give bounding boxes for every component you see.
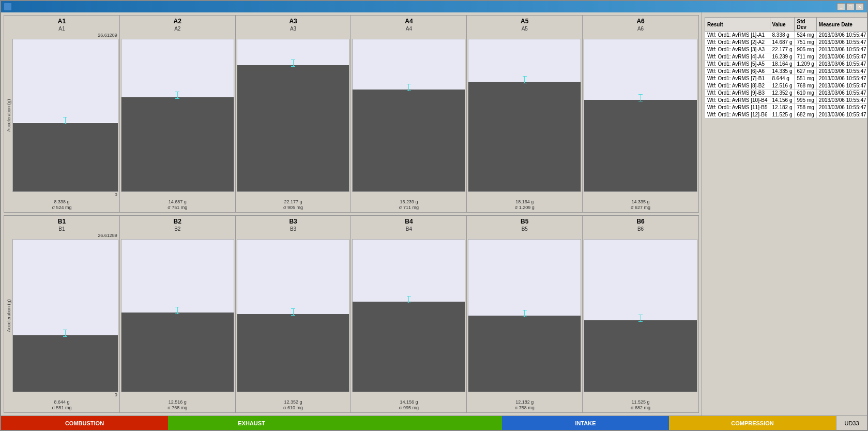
status-segment-2[interactable] xyxy=(335,416,502,430)
bar-dark xyxy=(13,335,118,392)
table-row[interactable]: Wtf: Ord1: AvRMS [9]-B312.352 g610 mg201… xyxy=(705,90,867,97)
main-panel: A1A126.61289Acceleration (g)08.338 gσ 52… xyxy=(1,12,702,415)
table-cell: 682 mg xyxy=(795,111,816,118)
chart-cell-a3: A3A322.177 gσ 905 mg xyxy=(236,16,352,212)
table-cell: 11.525 g xyxy=(770,111,795,118)
chart-col-title: A6 xyxy=(584,17,697,26)
table-cell: Wtf: Ord1: AvRMS [3]-A3 xyxy=(705,46,770,53)
bar-dark xyxy=(584,320,697,392)
y-max-label xyxy=(352,233,465,239)
table-row[interactable]: Wtf: Ord1: AvRMS [2]-A214.687 g751 mg201… xyxy=(705,39,867,46)
main-window: _ □ × A1A126.61289Acceleration (g)08.338… xyxy=(0,0,868,431)
error-bar xyxy=(175,307,179,314)
table-cell: 2013/03/06 10:55:47 xyxy=(816,82,867,90)
y-max-label xyxy=(468,33,581,39)
table-cell: Wtf: Ord1: AvRMS [12]-B6 xyxy=(705,111,770,118)
right-panel: ResultValueStd DevMeasure Date Wtf: Ord1… xyxy=(702,12,867,415)
content-area: A1A126.61289Acceleration (g)08.338 gσ 52… xyxy=(1,12,867,415)
table-cell: 16.239 g xyxy=(770,53,795,61)
y-max-label xyxy=(468,233,581,239)
chart-sub-title: B6 xyxy=(584,226,697,233)
table-cell: Wtf: Ord1: AvRMS [4]-A4 xyxy=(705,53,770,61)
chart-wrapper xyxy=(468,239,581,392)
maximize-button[interactable]: □ xyxy=(846,3,855,10)
chart-bottom-label: 11.525 gσ 682 mg xyxy=(584,398,697,411)
chart-bottom-label: 14.335 gσ 627 mg xyxy=(584,198,697,211)
table-cell: 14.335 g xyxy=(770,68,795,75)
chart-sub-title: B1 xyxy=(5,226,118,233)
chart-col-title: A5 xyxy=(468,17,581,26)
bar-dark xyxy=(468,316,581,392)
bar-light xyxy=(468,240,581,316)
minimize-button[interactable]: _ xyxy=(837,3,845,10)
chart-bottom-label: 8.644 gσ 551 mg xyxy=(5,398,118,411)
error-bar xyxy=(291,308,295,316)
chart-wrapper xyxy=(584,239,697,392)
bar-light xyxy=(353,240,465,302)
title-bar-controls[interactable]: _ □ × xyxy=(837,3,864,10)
chart-row: A1A126.61289Acceleration (g)08.338 gσ 52… xyxy=(4,15,699,213)
chart-col-title: B1 xyxy=(5,217,118,226)
chart-cell-b5: B5B512.182 gσ 758 mg xyxy=(467,216,583,412)
table-row[interactable]: Wtf: Ord1: AvRMS [8]-B212.516 g768 mg201… xyxy=(705,82,867,90)
table-row[interactable]: Wtf: Ord1: AvRMS [12]-B611.525 g682 mg20… xyxy=(705,111,867,118)
y-axis-label: Acceleration (g) xyxy=(5,239,12,392)
y-zero-label xyxy=(352,192,465,198)
table-cell: 8.644 g xyxy=(770,75,795,82)
chart-wrapper xyxy=(352,239,465,392)
error-bar xyxy=(523,76,527,83)
bar-light xyxy=(13,240,118,335)
status-segment-0[interactable]: COMBUSTION xyxy=(1,416,168,430)
table-row[interactable]: Wtf: Ord1: AvRMS [7]-B18.644 g551 mg2013… xyxy=(705,75,867,82)
table-cell: Wtf: Ord1: AvRMS [6]-A6 xyxy=(705,68,770,75)
close-button[interactable]: × xyxy=(856,3,864,10)
chart-sub-title: B5 xyxy=(468,226,581,233)
bar-light xyxy=(353,39,465,90)
bar-dark xyxy=(237,314,349,392)
bar-light xyxy=(584,240,697,320)
table-row[interactable]: Wtf: Ord1: AvRMS [3]-A322.177 g905 mg201… xyxy=(705,46,867,53)
table-row[interactable]: Wtf: Ord1: AvRMS [11]-B512.182 g758 mg20… xyxy=(705,104,867,111)
chart-cell-a5: A5A518.164 gσ 1.209 g xyxy=(467,16,583,212)
chart-bottom-label: 16.239 gσ 711 mg xyxy=(352,198,465,211)
table-cell: Wtf: Ord1: AvRMS [7]-B1 xyxy=(705,75,770,82)
chart-col-title: A1 xyxy=(5,17,118,26)
chart-wrapper xyxy=(584,39,697,192)
bar-dark xyxy=(584,100,697,191)
window-icon xyxy=(4,3,11,10)
bar-light xyxy=(121,240,234,313)
table-row[interactable]: Wtf: Ord1: AvRMS [6]-A614.335 g627 mg201… xyxy=(705,68,867,75)
table-cell: Wtf: Ord1: AvRMS [10]-B4 xyxy=(705,97,770,104)
chart-col-title: B2 xyxy=(121,217,234,226)
bar-dark xyxy=(121,97,234,191)
bar-light xyxy=(13,39,118,123)
chart-wrapper xyxy=(121,39,234,192)
error-bar xyxy=(63,117,67,124)
chart-col-title: A2 xyxy=(121,17,234,26)
chart-col-title: B4 xyxy=(352,217,465,226)
table-cell: Wtf: Ord1: AvRMS [5]-A5 xyxy=(705,61,770,68)
table-cell: 995 mg xyxy=(795,97,816,104)
status-segment-3[interactable]: INTAKE xyxy=(502,416,669,430)
chart-cell-a2: A2A214.687 gσ 751 mg xyxy=(120,16,236,212)
bar-light xyxy=(584,39,697,100)
table-row[interactable]: Wtf: Ord1: AvRMS [10]-B414.156 g995 mg20… xyxy=(705,97,867,104)
chart-sub-title: B3 xyxy=(237,226,350,233)
y-zero-label: 0 xyxy=(5,192,118,198)
y-zero-label xyxy=(584,192,697,198)
y-zero-label xyxy=(468,192,581,198)
table-cell: 610 mg xyxy=(795,90,816,97)
y-zero-label xyxy=(468,392,581,398)
charts-grid: B1B126.61289Acceleration (g)08.644 gσ 55… xyxy=(4,215,699,413)
table-row[interactable]: Wtf: Ord1: AvRMS [1]-A18.338 g524 mg2013… xyxy=(705,32,867,39)
error-bar xyxy=(523,310,527,317)
y-max-label xyxy=(237,233,350,239)
status-segment-4[interactable]: COMPRESSION xyxy=(669,416,836,430)
status-segment-1[interactable]: EXHAUST xyxy=(168,416,335,430)
chart-bottom-label: 12.516 gσ 768 mg xyxy=(121,398,234,411)
table-row[interactable]: Wtf: Ord1: AvRMS [4]-A416.239 g711 mg201… xyxy=(705,53,867,61)
chart-bottom-label: 14.156 gσ 995 mg xyxy=(352,398,465,411)
table-row[interactable]: Wtf: Ord1: AvRMS [5]-A518.164 g1.209 g20… xyxy=(705,61,867,68)
table-cell: 2013/03/06 10:55:47 xyxy=(816,39,867,46)
results-table-header: Value xyxy=(770,18,795,32)
